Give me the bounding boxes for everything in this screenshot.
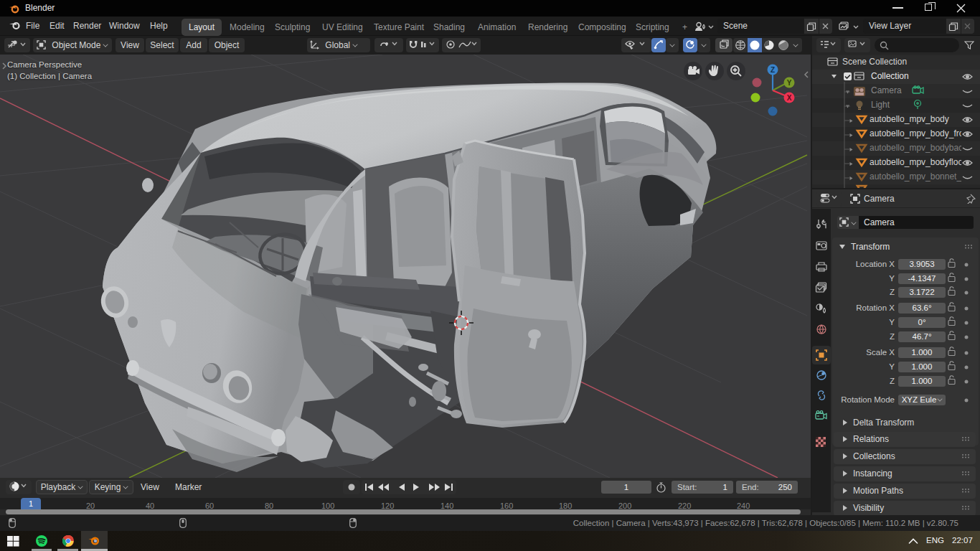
svg-text:Y: Y bbox=[787, 79, 792, 87]
svg-text:Z: Z bbox=[771, 66, 775, 74]
svg-text:X: X bbox=[787, 94, 792, 102]
